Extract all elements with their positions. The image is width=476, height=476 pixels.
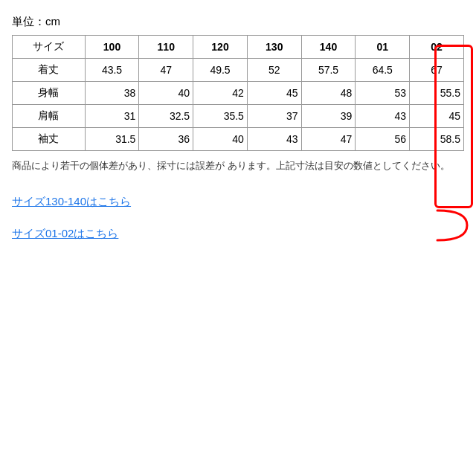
col-header-140: 140 [301, 36, 356, 59]
size-link-01-02[interactable]: サイズ01-02はこちら [12, 227, 464, 241]
cell-3-2: 40 [193, 128, 248, 151]
cell-1-6: 55.5 [410, 82, 464, 105]
cell-0-4: 57.5 [301, 59, 356, 82]
cell-0-2: 49.5 [193, 59, 248, 82]
col-header-130: 130 [247, 36, 301, 59]
cell-1-2: 42 [193, 82, 248, 105]
table-header-row: サイズ1001101201301400102 [13, 36, 464, 59]
cell-1-4: 48 [301, 82, 356, 105]
col-header-01: 01 [356, 36, 410, 59]
cell-1-3: 45 [247, 82, 301, 105]
col-header-02: 02 [410, 36, 464, 59]
cell-3-4: 47 [301, 128, 356, 151]
cell-0-6: 67 [410, 59, 464, 82]
table-row: 袖丈31.5364043475658.5 [13, 128, 464, 151]
unit-label: 単位：cm [12, 15, 464, 29]
cell-1-5: 53 [356, 82, 410, 105]
col-header-100: 100 [85, 36, 139, 59]
links-section: サイズ130-140はこちら サイズ01-02はこちら [12, 195, 464, 241]
cell-3-3: 43 [247, 128, 301, 151]
col-header-label: サイズ [13, 36, 86, 59]
cell-2-4: 39 [301, 105, 356, 128]
cell-3-6: 58.5 [410, 128, 464, 151]
row-label-2: 肩幅 [13, 105, 86, 128]
cell-3-1: 36 [139, 128, 193, 151]
note-text: 商品により若干の個体差があり、採寸には誤差が あります。上記寸法は目安の数値とし… [12, 158, 464, 174]
table-row: 肩幅3132.535.537394345 [13, 105, 464, 128]
cell-3-5: 56 [356, 128, 410, 151]
row-label-1: 身幅 [13, 82, 86, 105]
table-row: 着丈43.54749.55257.564.567 [13, 59, 464, 82]
cell-0-0: 43.5 [85, 59, 139, 82]
cell-2-6: 45 [410, 105, 464, 128]
size-table: サイズ1001101201301400102 着丈43.54749.55257.… [12, 35, 464, 151]
cell-2-3: 37 [247, 105, 301, 128]
cell-2-0: 31 [85, 105, 139, 128]
cell-0-1: 47 [139, 59, 193, 82]
cell-0-3: 52 [247, 59, 301, 82]
size-link-130-140[interactable]: サイズ130-140はこちら [12, 195, 464, 209]
cell-1-0: 38 [85, 82, 139, 105]
page-container: 単位：cm サイズ1001101201301400102 着丈43.54749.… [0, 0, 476, 274]
cell-0-5: 64.5 [356, 59, 410, 82]
table-row: 身幅38404245485355.5 [13, 82, 464, 105]
cell-3-0: 31.5 [85, 128, 139, 151]
col-header-110: 110 [139, 36, 193, 59]
cell-2-5: 43 [356, 105, 410, 128]
row-label-3: 袖丈 [13, 128, 86, 151]
col-header-120: 120 [193, 36, 248, 59]
cell-1-1: 40 [139, 82, 193, 105]
cell-2-1: 32.5 [139, 105, 193, 128]
row-label-0: 着丈 [13, 59, 86, 82]
cell-2-2: 35.5 [193, 105, 248, 128]
